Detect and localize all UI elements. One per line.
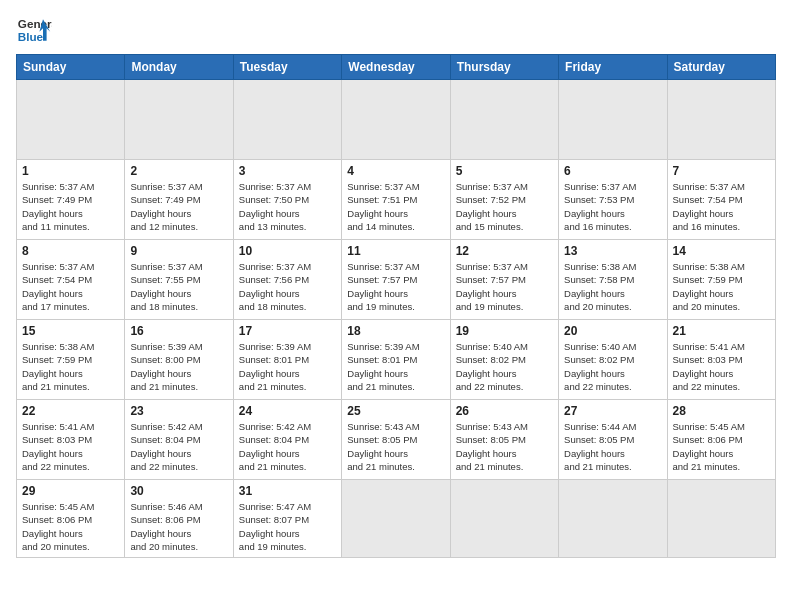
day-info: Sunrise: 5:44 AMSunset: 8:05 PMDaylight … <box>564 420 661 473</box>
day-cell: 6Sunrise: 5:37 AMSunset: 7:53 PMDaylight… <box>559 160 667 240</box>
day-number: 6 <box>564 164 661 178</box>
day-number: 8 <box>22 244 119 258</box>
day-cell: 3Sunrise: 5:37 AMSunset: 7:50 PMDaylight… <box>233 160 341 240</box>
day-info: Sunrise: 5:40 AMSunset: 8:02 PMDaylight … <box>456 340 553 393</box>
day-number: 2 <box>130 164 227 178</box>
day-info: Sunrise: 5:41 AMSunset: 8:03 PMDaylight … <box>22 420 119 473</box>
day-info: Sunrise: 5:37 AMSunset: 7:53 PMDaylight … <box>564 180 661 233</box>
day-info: Sunrise: 5:41 AMSunset: 8:03 PMDaylight … <box>673 340 770 393</box>
day-number: 31 <box>239 484 336 498</box>
day-info: Sunrise: 5:37 AMSunset: 7:54 PMDaylight … <box>673 180 770 233</box>
day-info: Sunrise: 5:45 AMSunset: 8:06 PMDaylight … <box>673 420 770 473</box>
day-info: Sunrise: 5:42 AMSunset: 8:04 PMDaylight … <box>130 420 227 473</box>
day-cell: 25Sunrise: 5:43 AMSunset: 8:05 PMDayligh… <box>342 400 450 480</box>
day-number: 28 <box>673 404 770 418</box>
day-cell: 24Sunrise: 5:42 AMSunset: 8:04 PMDayligh… <box>233 400 341 480</box>
day-number: 5 <box>456 164 553 178</box>
day-info: Sunrise: 5:42 AMSunset: 8:04 PMDaylight … <box>239 420 336 473</box>
day-number: 13 <box>564 244 661 258</box>
day-cell: 11Sunrise: 5:37 AMSunset: 7:57 PMDayligh… <box>342 240 450 320</box>
day-info: Sunrise: 5:37 AMSunset: 7:49 PMDaylight … <box>130 180 227 233</box>
day-number: 27 <box>564 404 661 418</box>
day-cell: 22Sunrise: 5:41 AMSunset: 8:03 PMDayligh… <box>17 400 125 480</box>
day-info: Sunrise: 5:43 AMSunset: 8:05 PMDaylight … <box>347 420 444 473</box>
calendar-header-monday: Monday <box>125 55 233 80</box>
day-cell <box>125 80 233 160</box>
calendar-header-saturday: Saturday <box>667 55 775 80</box>
day-info: Sunrise: 5:45 AMSunset: 8:06 PMDaylight … <box>22 500 119 553</box>
day-cell: 10Sunrise: 5:37 AMSunset: 7:56 PMDayligh… <box>233 240 341 320</box>
day-info: Sunrise: 5:39 AMSunset: 8:01 PMDaylight … <box>347 340 444 393</box>
day-number: 22 <box>22 404 119 418</box>
day-info: Sunrise: 5:37 AMSunset: 7:56 PMDaylight … <box>239 260 336 313</box>
day-number: 4 <box>347 164 444 178</box>
day-cell: 23Sunrise: 5:42 AMSunset: 8:04 PMDayligh… <box>125 400 233 480</box>
logo: General Blue <box>16 12 52 48</box>
day-cell: 20Sunrise: 5:40 AMSunset: 8:02 PMDayligh… <box>559 320 667 400</box>
day-cell: 19Sunrise: 5:40 AMSunset: 8:02 PMDayligh… <box>450 320 558 400</box>
day-cell: 17Sunrise: 5:39 AMSunset: 8:01 PMDayligh… <box>233 320 341 400</box>
week-row-3: 8Sunrise: 5:37 AMSunset: 7:54 PMDaylight… <box>17 240 776 320</box>
day-info: Sunrise: 5:47 AMSunset: 8:07 PMDaylight … <box>239 500 336 553</box>
day-info: Sunrise: 5:39 AMSunset: 8:01 PMDaylight … <box>239 340 336 393</box>
day-cell <box>342 80 450 160</box>
day-cell: 26Sunrise: 5:43 AMSunset: 8:05 PMDayligh… <box>450 400 558 480</box>
day-number: 19 <box>456 324 553 338</box>
day-cell <box>342 480 450 558</box>
day-number: 26 <box>456 404 553 418</box>
calendar-header-thursday: Thursday <box>450 55 558 80</box>
day-number: 25 <box>347 404 444 418</box>
day-info: Sunrise: 5:37 AMSunset: 7:49 PMDaylight … <box>22 180 119 233</box>
day-cell <box>667 80 775 160</box>
day-cell: 13Sunrise: 5:38 AMSunset: 7:58 PMDayligh… <box>559 240 667 320</box>
day-number: 3 <box>239 164 336 178</box>
day-cell: 21Sunrise: 5:41 AMSunset: 8:03 PMDayligh… <box>667 320 775 400</box>
day-info: Sunrise: 5:37 AMSunset: 7:57 PMDaylight … <box>456 260 553 313</box>
day-cell: 30Sunrise: 5:46 AMSunset: 8:06 PMDayligh… <box>125 480 233 558</box>
day-number: 11 <box>347 244 444 258</box>
header: General Blue <box>16 12 776 48</box>
day-info: Sunrise: 5:37 AMSunset: 7:55 PMDaylight … <box>130 260 227 313</box>
day-number: 18 <box>347 324 444 338</box>
week-row-1 <box>17 80 776 160</box>
day-number: 30 <box>130 484 227 498</box>
day-number: 23 <box>130 404 227 418</box>
day-cell <box>233 80 341 160</box>
day-cell: 12Sunrise: 5:37 AMSunset: 7:57 PMDayligh… <box>450 240 558 320</box>
day-cell: 29Sunrise: 5:45 AMSunset: 8:06 PMDayligh… <box>17 480 125 558</box>
day-number: 20 <box>564 324 661 338</box>
day-cell <box>450 80 558 160</box>
day-info: Sunrise: 5:37 AMSunset: 7:57 PMDaylight … <box>347 260 444 313</box>
day-cell <box>667 480 775 558</box>
day-number: 12 <box>456 244 553 258</box>
day-info: Sunrise: 5:37 AMSunset: 7:52 PMDaylight … <box>456 180 553 233</box>
day-info: Sunrise: 5:38 AMSunset: 7:58 PMDaylight … <box>564 260 661 313</box>
calendar-header-wednesday: Wednesday <box>342 55 450 80</box>
week-row-2: 1Sunrise: 5:37 AMSunset: 7:49 PMDaylight… <box>17 160 776 240</box>
day-cell <box>559 80 667 160</box>
day-cell: 15Sunrise: 5:38 AMSunset: 7:59 PMDayligh… <box>17 320 125 400</box>
day-cell: 18Sunrise: 5:39 AMSunset: 8:01 PMDayligh… <box>342 320 450 400</box>
day-cell: 7Sunrise: 5:37 AMSunset: 7:54 PMDaylight… <box>667 160 775 240</box>
day-cell <box>450 480 558 558</box>
day-cell: 8Sunrise: 5:37 AMSunset: 7:54 PMDaylight… <box>17 240 125 320</box>
day-number: 7 <box>673 164 770 178</box>
svg-text:Blue: Blue <box>18 30 44 43</box>
day-cell: 9Sunrise: 5:37 AMSunset: 7:55 PMDaylight… <box>125 240 233 320</box>
calendar-header-row: SundayMondayTuesdayWednesdayThursdayFrid… <box>17 55 776 80</box>
day-cell: 4Sunrise: 5:37 AMSunset: 7:51 PMDaylight… <box>342 160 450 240</box>
day-number: 17 <box>239 324 336 338</box>
day-number: 21 <box>673 324 770 338</box>
day-cell: 1Sunrise: 5:37 AMSunset: 7:49 PMDaylight… <box>17 160 125 240</box>
day-number: 15 <box>22 324 119 338</box>
day-cell: 5Sunrise: 5:37 AMSunset: 7:52 PMDaylight… <box>450 160 558 240</box>
calendar-header-sunday: Sunday <box>17 55 125 80</box>
day-number: 10 <box>239 244 336 258</box>
day-number: 1 <box>22 164 119 178</box>
day-number: 9 <box>130 244 227 258</box>
day-number: 16 <box>130 324 227 338</box>
day-info: Sunrise: 5:43 AMSunset: 8:05 PMDaylight … <box>456 420 553 473</box>
calendar-header-tuesday: Tuesday <box>233 55 341 80</box>
day-info: Sunrise: 5:38 AMSunset: 7:59 PMDaylight … <box>22 340 119 393</box>
day-cell: 14Sunrise: 5:38 AMSunset: 7:59 PMDayligh… <box>667 240 775 320</box>
